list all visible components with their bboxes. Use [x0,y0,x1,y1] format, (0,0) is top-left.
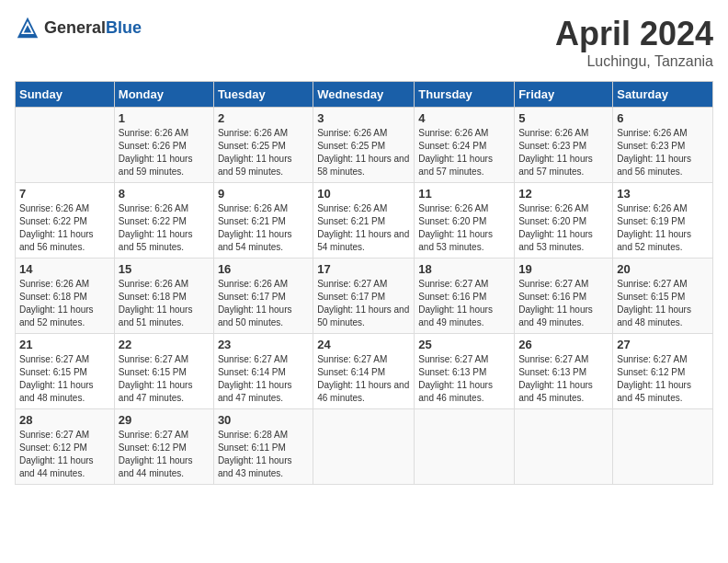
day-info: Sunrise: 6:26 AMSunset: 6:22 PMDaylight:… [119,202,210,254]
column-header-monday: Monday [114,82,213,108]
month-title: April 2024 [555,15,713,53]
day-info: Sunrise: 6:27 AMSunset: 6:12 PMDaylight:… [19,429,110,480]
calendar-cell: 25Sunrise: 6:27 AMSunset: 6:13 PMDayligh… [415,334,515,409]
calendar-cell: 15Sunrise: 6:26 AMSunset: 6:18 PMDayligh… [114,259,213,334]
calendar-cell: 23Sunrise: 6:27 AMSunset: 6:14 PMDayligh… [213,334,313,409]
column-header-tuesday: Tuesday [213,82,313,108]
day-number: 1 [119,111,210,125]
calendar-cell [313,409,415,485]
calendar-table: SundayMondayTuesdayWednesdayThursdayFrid… [15,81,713,485]
calendar-cell [16,108,115,183]
calendar-cell: 12Sunrise: 6:26 AMSunset: 6:20 PMDayligh… [515,183,613,259]
day-number: 25 [418,338,510,351]
calendar-cell: 22Sunrise: 6:27 AMSunset: 6:15 PMDayligh… [114,334,213,409]
day-number: 14 [19,262,110,276]
day-number: 29 [119,413,210,427]
day-info: Sunrise: 6:27 AMSunset: 6:16 PMDaylight:… [518,278,609,329]
day-info: Sunrise: 6:27 AMSunset: 6:17 PMDaylight:… [317,278,410,329]
day-info: Sunrise: 6:26 AMSunset: 6:20 PMDaylight:… [518,202,609,254]
logo-text-general: General [44,18,106,37]
day-info: Sunrise: 6:26 AMSunset: 6:18 PMDaylight:… [119,278,210,329]
calendar-cell: 3Sunrise: 6:26 AMSunset: 6:25 PMDaylight… [313,108,415,183]
day-info: Sunrise: 6:27 AMSunset: 6:13 PMDaylight:… [418,353,510,405]
day-info: Sunrise: 6:27 AMSunset: 6:16 PMDaylight:… [418,278,510,329]
day-number: 21 [19,338,110,351]
column-header-thursday: Thursday [415,82,515,108]
day-info: Sunrise: 6:27 AMSunset: 6:12 PMDaylight:… [617,353,709,405]
day-number: 7 [19,187,110,201]
day-number: 19 [518,262,609,276]
day-info: Sunrise: 6:26 AMSunset: 6:23 PMDaylight:… [617,127,709,178]
calendar-cell: 27Sunrise: 6:27 AMSunset: 6:12 PMDayligh… [613,334,713,409]
day-info: Sunrise: 6:28 AMSunset: 6:11 PMDaylight:… [218,429,309,480]
day-number: 18 [418,262,510,276]
day-info: Sunrise: 6:27 AMSunset: 6:15 PMDaylight:… [617,278,709,329]
calendar-cell: 11Sunrise: 6:26 AMSunset: 6:20 PMDayligh… [415,183,515,259]
calendar-cell [515,409,613,485]
calendar-week-row: 28Sunrise: 6:27 AMSunset: 6:12 PMDayligh… [16,409,713,485]
logo-text-blue: Blue [106,18,142,37]
day-number: 16 [218,262,309,276]
day-info: Sunrise: 6:26 AMSunset: 6:17 PMDaylight:… [218,278,309,329]
calendar-cell: 26Sunrise: 6:27 AMSunset: 6:13 PMDayligh… [515,334,613,409]
day-number: 11 [418,187,510,201]
calendar-cell: 5Sunrise: 6:26 AMSunset: 6:23 PMDaylight… [515,108,613,183]
calendar-cell: 10Sunrise: 6:26 AMSunset: 6:21 PMDayligh… [313,183,415,259]
calendar-cell: 13Sunrise: 6:26 AMSunset: 6:19 PMDayligh… [613,183,713,259]
calendar-cell: 6Sunrise: 6:26 AMSunset: 6:23 PMDaylight… [613,108,713,183]
calendar-cell: 29Sunrise: 6:27 AMSunset: 6:12 PMDayligh… [114,409,213,485]
day-info: Sunrise: 6:26 AMSunset: 6:18 PMDaylight:… [19,278,110,329]
day-info: Sunrise: 6:26 AMSunset: 6:23 PMDaylight:… [518,127,609,178]
calendar-week-row: 7Sunrise: 6:26 AMSunset: 6:22 PMDaylight… [16,183,713,259]
calendar-cell: 8Sunrise: 6:26 AMSunset: 6:22 PMDaylight… [114,183,213,259]
column-header-sunday: Sunday [16,82,115,108]
logo-icon [15,15,40,40]
day-number: 26 [518,338,609,351]
day-number: 2 [218,111,309,125]
calendar-cell [613,409,713,485]
day-number: 24 [317,338,410,351]
calendar-cell: 4Sunrise: 6:26 AMSunset: 6:24 PMDaylight… [415,108,515,183]
location-title: Luchingu, Tanzania [555,53,713,70]
column-header-friday: Friday [515,82,613,108]
day-number: 27 [617,338,709,351]
day-number: 13 [617,187,709,201]
calendar-cell: 30Sunrise: 6:28 AMSunset: 6:11 PMDayligh… [213,409,313,485]
day-number: 20 [617,262,709,276]
calendar-cell: 28Sunrise: 6:27 AMSunset: 6:12 PMDayligh… [16,409,115,485]
calendar-cell [415,409,515,485]
day-number: 23 [218,338,309,351]
day-number: 5 [518,111,609,125]
day-number: 9 [218,187,309,201]
day-number: 3 [317,111,410,125]
day-number: 15 [119,262,210,276]
calendar-cell: 16Sunrise: 6:26 AMSunset: 6:17 PMDayligh… [213,259,313,334]
calendar-week-row: 14Sunrise: 6:26 AMSunset: 6:18 PMDayligh… [16,259,713,334]
logo: GeneralBlue [15,15,142,40]
day-number: 8 [119,187,210,201]
calendar-cell: 9Sunrise: 6:26 AMSunset: 6:21 PMDaylight… [213,183,313,259]
calendar-cell: 24Sunrise: 6:27 AMSunset: 6:14 PMDayligh… [313,334,415,409]
day-number: 10 [317,187,410,201]
day-number: 22 [119,338,210,351]
day-info: Sunrise: 6:27 AMSunset: 6:14 PMDaylight:… [218,353,309,405]
calendar-week-row: 21Sunrise: 6:27 AMSunset: 6:15 PMDayligh… [16,334,713,409]
column-header-wednesday: Wednesday [313,82,415,108]
day-number: 4 [418,111,510,125]
day-info: Sunrise: 6:26 AMSunset: 6:26 PMDaylight:… [119,127,210,178]
calendar-header-row: SundayMondayTuesdayWednesdayThursdayFrid… [16,82,713,108]
day-info: Sunrise: 6:27 AMSunset: 6:14 PMDaylight:… [317,353,410,405]
day-number: 28 [19,413,110,427]
page-header: GeneralBlue April 2024 Luchingu, Tanzani… [15,15,713,70]
day-number: 17 [317,262,410,276]
calendar-cell: 19Sunrise: 6:27 AMSunset: 6:16 PMDayligh… [515,259,613,334]
day-number: 12 [518,187,609,201]
day-info: Sunrise: 6:26 AMSunset: 6:25 PMDaylight:… [317,127,410,178]
day-info: Sunrise: 6:26 AMSunset: 6:19 PMDaylight:… [617,202,709,254]
day-info: Sunrise: 6:26 AMSunset: 6:21 PMDaylight:… [317,202,410,254]
calendar-cell: 7Sunrise: 6:26 AMSunset: 6:22 PMDaylight… [16,183,115,259]
day-info: Sunrise: 6:27 AMSunset: 6:15 PMDaylight:… [119,353,210,405]
day-info: Sunrise: 6:26 AMSunset: 6:20 PMDaylight:… [418,202,510,254]
calendar-body: 1Sunrise: 6:26 AMSunset: 6:26 PMDaylight… [16,108,713,485]
day-info: Sunrise: 6:27 AMSunset: 6:12 PMDaylight:… [119,429,210,480]
